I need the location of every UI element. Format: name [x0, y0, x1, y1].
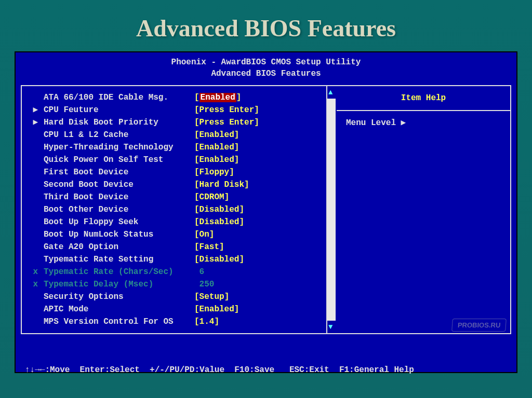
slide-title: Advanced BIOS Features — [0, 0, 532, 51]
setting-label: Typematic Rate (Chars/Sec) — [44, 266, 194, 278]
row-indent-icon — [28, 228, 44, 241]
footer-line1: ↑↓→←:Move Enter:Select +/-/PU/PD:Value F… — [25, 364, 507, 376]
setting-label: Boot Up NumLock Status — [44, 228, 194, 241]
setting-label: ATA 66/100 IDE Cable Msg. — [44, 91, 194, 104]
setting-label: Gate A20 Option — [44, 241, 194, 253]
row-indent-icon: ▶ — [28, 104, 44, 116]
row-indent-icon — [28, 315, 44, 328]
row-indent-icon — [28, 91, 44, 104]
setting-value[interactable]: [Setup] — [194, 291, 229, 303]
bios-title-line2: Advanced BIOS Features — [16, 68, 516, 79]
settings-pane[interactable]: ATA 66/100 IDE Cable Msg.[Enabled] ▶ CPU… — [21, 86, 327, 333]
row-indent-icon — [28, 216, 44, 228]
setting-label: Third Boot Device — [44, 191, 194, 203]
bios-header: Phoenix - AwardBIOS CMOS Setup Utility A… — [16, 52, 516, 83]
setting-label: Typematic Delay (Msec) — [44, 278, 194, 291]
setting-label: Second Boot Device — [44, 179, 194, 191]
menu-level: Menu Level ▶ — [342, 117, 505, 128]
setting-label: Quick Power On Self Test — [44, 154, 194, 166]
setting-row[interactable]: First Boot Device[Floppy] — [28, 166, 326, 179]
setting-value[interactable]: [Disabled] — [194, 216, 244, 228]
row-indent-icon — [28, 154, 44, 166]
setting-row[interactable]: Gate A20 Option[Fast] — [28, 241, 326, 253]
setting-row: x Typematic Delay (Msec) 250 — [28, 278, 326, 291]
setting-label: Hyper-Threading Technology — [44, 141, 194, 154]
scroll-down-icon[interactable]: ▼ — [328, 323, 332, 331]
setting-label: CPU L1 & L2 Cache — [44, 129, 194, 141]
bios-window: Phoenix - AwardBIOS CMOS Setup Utility A… — [15, 51, 517, 373]
bios-title-line1: Phoenix - AwardBIOS CMOS Setup Utility — [16, 57, 516, 68]
setting-row: x Typematic Rate (Chars/Sec) 6 — [28, 266, 326, 278]
row-indent-icon — [28, 291, 44, 303]
row-indent-icon — [28, 253, 44, 266]
bios-footer: ↑↓→←:Move Enter:Select +/-/PU/PD:Value F… — [16, 337, 516, 398]
row-indent-icon: ▶ — [28, 116, 44, 129]
help-divider — [337, 110, 510, 111]
setting-row[interactable]: Boot Up Floppy Seek[Disabled] — [28, 216, 326, 228]
setting-value[interactable]: [CDROM] — [194, 191, 229, 203]
setting-value[interactable]: [Hard Disk] — [194, 179, 249, 191]
scroll-up-icon[interactable]: ▲ — [328, 88, 332, 97]
setting-label: Typematic Rate Setting — [44, 253, 194, 266]
setting-value: 6 — [194, 266, 204, 278]
scroll-track[interactable] — [327, 99, 336, 321]
setting-value[interactable]: [Press Enter] — [194, 104, 259, 116]
row-indent-icon — [28, 129, 44, 141]
scrollbar[interactable]: ▲ ▼ — [327, 86, 337, 333]
row-indent-icon: x — [28, 278, 44, 291]
setting-label: APIC Mode — [44, 303, 194, 315]
row-indent-icon — [28, 179, 44, 191]
help-pane: Item Help Menu Level ▶ — [337, 86, 511, 333]
setting-row[interactable]: ATA 66/100 IDE Cable Msg.[Enabled] — [28, 91, 326, 104]
setting-row[interactable]: APIC Mode[Enabled] — [28, 303, 326, 315]
setting-label: CPU Feuture — [44, 104, 194, 116]
watermark: PROBIOS.RU — [451, 319, 507, 332]
setting-value[interactable]: [On] — [194, 228, 214, 241]
row-indent-icon — [28, 303, 44, 315]
setting-value[interactable]: [Enabled] — [194, 154, 239, 166]
setting-label: Security Options — [44, 291, 194, 303]
setting-value[interactable]: [Press Enter] — [194, 116, 259, 129]
setting-value[interactable]: [Disabled] — [194, 203, 244, 216]
setting-row[interactable]: ▶ CPU Feuture[Press Enter] — [28, 104, 326, 116]
setting-label: Boot Up Floppy Seek — [44, 216, 194, 228]
setting-label: First Boot Device — [44, 166, 194, 179]
setting-row[interactable]: MPS Version Control For OS[1.4] — [28, 315, 326, 328]
setting-row[interactable]: Boot Up NumLock Status[On] — [28, 228, 326, 241]
setting-value[interactable]: [Floppy] — [194, 166, 234, 179]
bios-body: ATA 66/100 IDE Cable Msg.[Enabled] ▶ CPU… — [21, 85, 511, 334]
setting-value[interactable]: [Enabled] — [194, 129, 239, 141]
setting-row[interactable]: Security Options[Setup] — [28, 291, 326, 303]
row-indent-icon — [28, 166, 44, 179]
setting-label: MPS Version Control For OS — [44, 315, 194, 328]
setting-value[interactable]: [1.4] — [194, 315, 219, 328]
setting-row[interactable]: Quick Power On Self Test[Enabled] — [28, 154, 326, 166]
setting-label: Boot Other Device — [44, 203, 194, 216]
setting-value[interactable]: [Enabled] — [194, 141, 239, 154]
setting-row[interactable]: Boot Other Device[Disabled] — [28, 203, 326, 216]
setting-row[interactable]: Second Boot Device[Hard Disk] — [28, 179, 326, 191]
row-indent-icon — [28, 241, 44, 253]
row-indent-icon: x — [28, 266, 44, 278]
setting-value[interactable]: [Disabled] — [194, 253, 244, 266]
setting-row[interactable]: ▶ Hard Disk Boot Priority[Press Enter] — [28, 116, 326, 129]
row-indent-icon — [28, 203, 44, 216]
row-indent-icon — [28, 141, 44, 154]
setting-row[interactable]: Typematic Rate Setting[Disabled] — [28, 253, 326, 266]
help-title: Item Help — [342, 91, 505, 108]
row-indent-icon — [28, 191, 44, 203]
setting-value[interactable]: [Enabled] — [194, 91, 241, 104]
setting-value: 250 — [194, 278, 214, 291]
setting-row[interactable]: Hyper-Threading Technology[Enabled] — [28, 141, 326, 154]
setting-value[interactable]: [Enabled] — [194, 303, 239, 315]
setting-label: Hard Disk Boot Priority — [44, 116, 194, 129]
setting-row[interactable]: CPU L1 & L2 Cache[Enabled] — [28, 129, 326, 141]
setting-row[interactable]: Third Boot Device[CDROM] — [28, 191, 326, 203]
setting-value[interactable]: [Fast] — [194, 241, 224, 253]
